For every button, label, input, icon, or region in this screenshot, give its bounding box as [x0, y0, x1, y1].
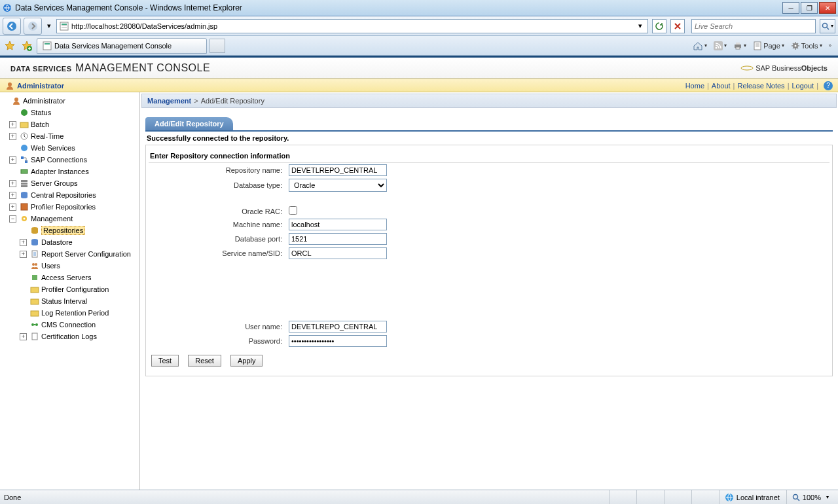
- refresh-button[interactable]: [652, 19, 666, 33]
- input-port[interactable]: [289, 233, 387, 245]
- tree-cert[interactable]: +Certification Logs: [20, 331, 138, 342]
- nav-history-dropdown[interactable]: ▾: [45, 18, 54, 35]
- label-dbtype: Database type:: [149, 177, 286, 193]
- repo-icon: [29, 225, 40, 236]
- svg-point-22: [21, 109, 27, 116]
- browser-tab[interactable]: Data Services Management Console: [37, 38, 207, 54]
- reset-button[interactable]: Reset: [188, 355, 221, 367]
- tab-add-edit-repo[interactable]: Add/Edit Repository: [145, 117, 233, 130]
- tree-datastore[interactable]: +Datastore: [20, 236, 138, 248]
- admin-icon: [11, 96, 22, 106]
- admin-strip: Administrator Home| About| Release Notes…: [0, 79, 838, 92]
- tab-label: Data Services Management Console: [54, 42, 172, 50]
- print-menu[interactable]: ▾: [733, 41, 746, 50]
- status-text: Done: [4, 494, 21, 501]
- status-cell: [691, 490, 718, 505]
- input-sid[interactable]: [289, 247, 387, 259]
- forward-button[interactable]: [24, 18, 42, 35]
- svg-rect-14: [736, 43, 740, 45]
- link-logout[interactable]: Logout: [792, 82, 814, 90]
- main-panel: Management > Add/Edit Repository Add/Edi…: [140, 92, 838, 490]
- label-reponame: Repository name:: [149, 163, 286, 177]
- label-user: User name:: [149, 319, 286, 334]
- tree-profcfg[interactable]: Profiler Configuration: [20, 283, 138, 295]
- search-button[interactable]: ▾: [820, 19, 835, 33]
- add-favorite-button[interactable]: [20, 39, 34, 53]
- svg-point-46: [35, 323, 38, 326]
- status-cell: [609, 490, 635, 505]
- security-zone[interactable]: Local intranet: [719, 490, 785, 505]
- apply-button[interactable]: Apply: [230, 355, 263, 367]
- link-release-notes[interactable]: Release Notes: [737, 82, 784, 90]
- minimize-button[interactable]: ─: [782, 2, 799, 14]
- status-icon: [19, 107, 29, 118]
- checkbox-rac[interactable]: [289, 206, 297, 215]
- status-cell: [636, 490, 663, 505]
- tree-webservices[interactable]: Web Services: [9, 142, 138, 154]
- close-button[interactable]: ✕: [819, 2, 836, 14]
- console-title: DATA SERVICES MANAGEMENT CONSOLE: [10, 61, 210, 75]
- svg-rect-41: [32, 275, 37, 280]
- link-about[interactable]: About: [712, 82, 731, 90]
- svg-rect-9: [43, 42, 51, 50]
- label-sid: Service name/SID:: [149, 246, 286, 261]
- select-dbtype[interactable]: Oracle: [289, 179, 387, 192]
- tree-users[interactable]: Users: [20, 260, 138, 272]
- back-button[interactable]: [3, 18, 21, 35]
- tools-menu[interactable]: Tools▾: [791, 41, 822, 50]
- connection-icon: [29, 319, 40, 330]
- tree-realtime[interactable]: +Real-Time: [9, 130, 138, 142]
- svg-point-40: [35, 263, 37, 266]
- help-menu[interactable]: »: [829, 43, 831, 48]
- tree-reportserver[interactable]: +Report Server Configuration: [20, 248, 138, 260]
- tree-status[interactable]: Status: [9, 107, 138, 118]
- svg-rect-6: [62, 27, 67, 27]
- home-menu[interactable]: ▾: [693, 41, 707, 51]
- feeds-menu[interactable]: ▾: [714, 41, 727, 50]
- input-password[interactable]: [289, 335, 387, 347]
- page-menu[interactable]: Page▾: [753, 41, 784, 50]
- new-tab-button[interactable]: [210, 39, 225, 53]
- svg-point-20: [8, 82, 12, 86]
- help-icon[interactable]: ?: [824, 81, 833, 90]
- globe-icon: [19, 143, 29, 153]
- breadcrumb-root[interactable]: Management: [147, 97, 191, 105]
- profiler-icon: [19, 202, 29, 212]
- tree-repositories[interactable]: Repositories: [20, 225, 138, 236]
- url-input[interactable]: [71, 22, 633, 30]
- label-rac: Oracle RAC:: [149, 205, 286, 217]
- tree-statusint[interactable]: Status Interval: [20, 295, 138, 307]
- zoom-control[interactable]: 100% ▾: [786, 490, 834, 505]
- folder-icon: [19, 119, 29, 130]
- status-message: Successfully connected to the repository…: [145, 132, 833, 145]
- tree-servergroups[interactable]: +Server Groups: [9, 177, 138, 189]
- tree-administrator[interactable]: Administrator: [1, 95, 138, 107]
- stop-button[interactable]: [670, 19, 685, 33]
- tree-logret[interactable]: Log Retention Period: [20, 307, 138, 319]
- tree-profiler[interactable]: +Profiler Repositories: [9, 201, 138, 213]
- tree-batch[interactable]: +Batch: [9, 118, 138, 130]
- maximize-button[interactable]: ❐: [801, 2, 818, 14]
- window-title: Data Services Management Console - Windo…: [15, 3, 782, 12]
- svg-point-2: [28, 22, 37, 31]
- repo-form: Enter Repository connection information …: [145, 145, 833, 376]
- server-icon: [29, 272, 40, 283]
- link-home[interactable]: Home: [685, 82, 704, 90]
- address-dropdown[interactable]: ▾: [636, 22, 645, 30]
- tree-management[interactable]: −Management: [9, 213, 138, 225]
- input-reponame[interactable]: [289, 164, 387, 176]
- test-button[interactable]: Test: [151, 355, 179, 367]
- browser-statusbar: Done Local intranet 100% ▾: [0, 490, 838, 504]
- favorites-button[interactable]: [3, 39, 17, 53]
- input-user[interactable]: [289, 321, 387, 333]
- folder-icon: [29, 308, 40, 318]
- tree-cms[interactable]: CMS Connection: [20, 319, 138, 331]
- label-port: Database port:: [149, 232, 286, 246]
- input-machine[interactable]: [289, 219, 387, 230]
- tree-access[interactable]: Access Servers: [20, 272, 138, 283]
- page-menu-label: Page: [763, 42, 780, 50]
- search-input[interactable]: [695, 22, 812, 30]
- tree-central[interactable]: +Central Repositories: [9, 189, 138, 201]
- tree-sapconn[interactable]: +SAP Connections: [9, 154, 138, 166]
- tree-adapter[interactable]: Adapter Instances: [9, 166, 138, 177]
